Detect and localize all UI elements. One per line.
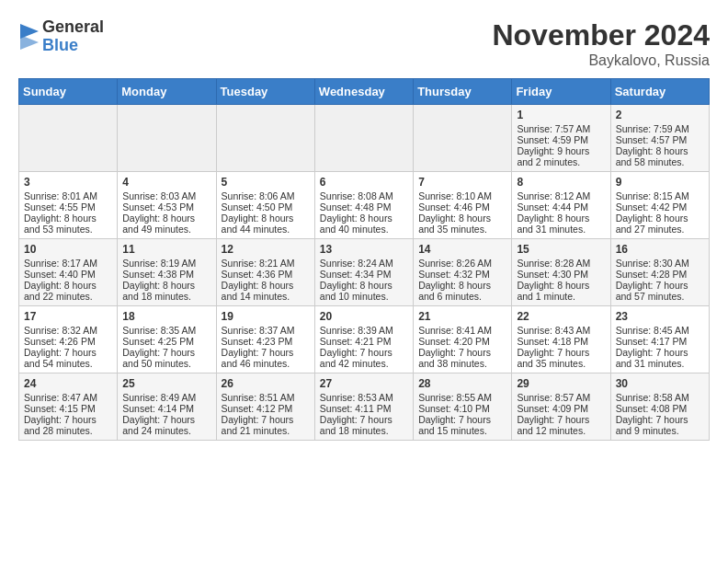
day-info: and 18 minutes. [122,291,210,302]
day-info: Sunset: 4:44 PM [517,201,605,213]
day-info: Sunset: 4:14 PM [122,403,210,414]
calendar-cell: 19Sunrise: 8:37 AMSunset: 4:23 PMDayligh… [216,306,314,373]
day-info: Sunrise: 8:41 AM [418,325,506,336]
day-info: Sunset: 4:46 PM [418,201,506,213]
calendar-cell: 27Sunrise: 8:53 AMSunset: 4:11 PMDayligh… [314,373,413,441]
calendar-cell: 29Sunrise: 8:57 AMSunset: 4:09 PMDayligh… [512,373,610,441]
day-number: 14 [418,243,506,256]
day-info: and 24 minutes. [122,425,210,436]
day-of-week-header: Sunday [19,79,118,105]
day-number: 29 [517,377,605,390]
day-info: Daylight: 8 hours [418,280,506,291]
day-info: Sunrise: 7:59 AM [616,123,704,134]
day-info: Daylight: 8 hours [24,280,112,291]
calendar-cell [19,105,118,172]
calendar-cell: 8Sunrise: 8:12 AMSunset: 4:44 PMDaylight… [512,172,610,239]
calendar-cell: 28Sunrise: 8:55 AMSunset: 4:10 PMDayligh… [414,373,512,441]
calendar-cell: 10Sunrise: 8:17 AMSunset: 4:40 PMDayligh… [19,239,118,306]
day-info: Daylight: 8 hours [320,280,408,291]
day-info: Sunrise: 8:19 AM [122,258,210,269]
calendar-cell: 30Sunrise: 8:58 AMSunset: 4:08 PMDayligh… [610,373,709,441]
calendar-week-row: 10Sunrise: 8:17 AMSunset: 4:40 PMDayligh… [19,239,710,306]
day-number: 10 [24,243,112,256]
day-info: Sunset: 4:48 PM [320,201,408,213]
calendar-cell: 25Sunrise: 8:49 AMSunset: 4:14 PMDayligh… [118,373,216,441]
day-info: Sunset: 4:50 PM [222,201,310,213]
day-number: 18 [122,310,210,323]
day-info: Sunset: 4:10 PM [418,403,506,414]
day-info: Sunrise: 8:47 AM [24,392,112,403]
day-info: and 35 minutes. [517,358,605,369]
day-number: 13 [320,243,408,256]
day-info: and 27 minutes. [616,224,704,235]
day-info: Sunset: 4:25 PM [122,336,210,347]
day-info: Sunrise: 8:21 AM [222,258,310,269]
day-number: 1 [517,109,605,121]
day-info: Sunrise: 8:15 AM [616,190,704,201]
day-info: and 21 minutes. [222,425,310,436]
day-info: Sunrise: 8:08 AM [320,190,408,201]
calendar-cell [118,105,216,172]
day-info: and 14 minutes. [222,291,310,302]
day-info: Sunrise: 8:26 AM [418,258,506,269]
calendar-cell: 21Sunrise: 8:41 AMSunset: 4:20 PMDayligh… [414,306,512,373]
day-number: 26 [222,377,310,390]
calendar-cell: 17Sunrise: 8:32 AMSunset: 4:26 PMDayligh… [19,306,118,373]
day-info: Sunset: 4:28 PM [616,269,704,280]
day-info: and 44 minutes. [222,224,310,235]
day-info: and 31 minutes. [616,358,704,369]
day-info: and 58 minutes. [616,156,704,167]
day-of-week-header: Saturday [610,79,709,105]
day-info: Sunset: 4:32 PM [418,269,506,280]
day-info: Daylight: 7 hours [320,414,408,425]
day-info: Sunrise: 8:10 AM [418,190,506,201]
day-info: Daylight: 7 hours [418,414,506,425]
day-info: Sunrise: 8:39 AM [320,325,408,336]
day-info: and 40 minutes. [320,224,408,235]
day-info: and 42 minutes. [320,358,408,369]
calendar-cell [314,105,413,172]
day-number: 21 [418,310,506,323]
day-of-week-header: Monday [118,79,216,105]
day-number: 16 [616,243,704,256]
day-number: 20 [320,310,408,323]
day-info: Sunset: 4:57 PM [616,134,704,145]
calendar-table: SundayMondayTuesdayWednesdayThursdayFrid… [18,78,710,441]
day-info: Sunrise: 8:58 AM [616,392,704,403]
calendar-cell: 2Sunrise: 7:59 AMSunset: 4:57 PMDaylight… [610,105,709,172]
day-info: Sunrise: 8:37 AM [222,325,310,336]
logo-blue-text: Blue [42,37,104,55]
day-number: 22 [517,310,605,323]
day-info: Sunset: 4:30 PM [517,269,605,280]
day-info: Sunset: 4:08 PM [616,403,704,414]
calendar-cell [414,105,512,172]
day-info: Daylight: 7 hours [517,347,605,358]
day-info: Sunset: 4:34 PM [320,269,408,280]
day-info: Sunset: 4:21 PM [320,336,408,347]
day-info: Sunrise: 8:06 AM [222,190,310,201]
day-info: Daylight: 9 hours [517,145,605,156]
day-info: and 54 minutes. [24,358,112,369]
calendar-header-row: SundayMondayTuesdayWednesdayThursdayFrid… [19,79,710,105]
page-header: General Blue November 2024 Baykalovo, Ru… [18,18,710,69]
calendar-cell: 3Sunrise: 8:01 AMSunset: 4:55 PMDaylight… [19,172,118,239]
calendar-cell: 14Sunrise: 8:26 AMSunset: 4:32 PMDayligh… [414,239,512,306]
day-info: Sunrise: 8:49 AM [122,392,210,403]
day-info: Sunset: 4:20 PM [418,336,506,347]
day-info: Sunset: 4:38 PM [122,269,210,280]
day-info: and 49 minutes. [122,224,210,235]
day-info: Sunrise: 8:51 AM [222,392,310,403]
calendar-cell: 24Sunrise: 8:47 AMSunset: 4:15 PMDayligh… [19,373,118,441]
day-info: Daylight: 7 hours [122,347,210,358]
calendar-cell: 6Sunrise: 8:08 AMSunset: 4:48 PMDaylight… [314,172,413,239]
day-info: Sunrise: 8:24 AM [320,258,408,269]
logo-general-text: General [42,18,104,37]
day-number: 30 [616,377,704,390]
day-number: 6 [320,176,408,189]
day-info: and 1 minute. [517,291,605,302]
logo: General Blue [18,18,104,55]
day-of-week-header: Tuesday [216,79,314,105]
calendar-cell: 4Sunrise: 8:03 AMSunset: 4:53 PMDaylight… [118,172,216,239]
day-info: Sunset: 4:15 PM [24,403,112,414]
day-info: Daylight: 8 hours [24,213,112,224]
